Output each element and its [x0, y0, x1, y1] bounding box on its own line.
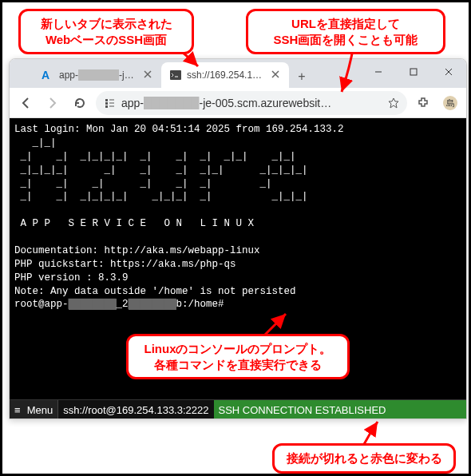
site-settings-icon: [104, 97, 115, 109]
callout-middle: Linuxのコンソールのプロンプト。 各種コマンドを直接実行できる: [126, 334, 350, 379]
svg-text:島: 島: [446, 98, 455, 108]
terminal-doc: Documentation: http://aka.ms/webapp-linu…: [14, 245, 260, 256]
callout-text: 接続が切れると赤色に変わる: [287, 451, 442, 465]
terminal-note: Note: Any data outside '/home' is not pe…: [14, 286, 296, 297]
profile-avatar[interactable]: 島: [439, 92, 461, 114]
close-button[interactable]: [431, 59, 466, 85]
callout-bottom-right: 接続が切れると赤色に変わる: [272, 443, 456, 474]
statusbar-url: ssh://root@169.254.133.3:2222: [58, 400, 213, 419]
star-icon[interactable]: [388, 97, 399, 109]
back-button[interactable]: [14, 92, 37, 114]
callout-top-left: 新しいタブに表示された WebベースのSSH画面: [18, 9, 194, 54]
toolbar: app-███████-je-005.scm.azurewebsit… 島: [10, 88, 466, 118]
terminal-php-ver: PHP version : 8.3.9: [14, 272, 129, 284]
svg-rect-1: [410, 69, 417, 75]
callout-top-right: URLを直接指定して SSH画面を開くことも可能: [246, 9, 445, 54]
terminal-ascii-art: _|_| _| _| _|_|_|_| _| _| _| _|_| _|_| _…: [14, 137, 308, 229]
window-controls: [361, 59, 466, 85]
forward-button[interactable]: [42, 92, 64, 114]
tab-strip: A app-██████-j… ssh://169.254.133.3 +: [10, 59, 466, 88]
statusbar-menu[interactable]: ≡ Menu: [10, 400, 58, 419]
terminal-last-login: Last login: Mon Jan 20 04:51:14 2025 fro…: [14, 124, 344, 135]
close-icon[interactable]: [271, 69, 283, 81]
close-icon[interactable]: [144, 69, 155, 81]
svg-rect-4: [105, 105, 108, 108]
tab-title: app-██████-j…: [59, 69, 139, 81]
azure-favicon: A: [42, 69, 54, 81]
maximize-button[interactable]: [396, 59, 431, 85]
callout-text: URLを直接指定して SSH画面を開くことも可能: [274, 17, 418, 46]
callout-text: 新しいタブに表示された WebベースのSSH画面: [41, 17, 172, 46]
statusbar: ≡ Menu ssh://root@169.254.133.3:2222 SSH…: [10, 399, 466, 419]
new-tab-button[interactable]: +: [291, 65, 313, 88]
terminal-prompt: root@app-████████_2████████b:/home#: [14, 299, 224, 310]
extensions-icon[interactable]: [412, 92, 434, 114]
reload-button[interactable]: [69, 92, 91, 114]
callout-text: Linuxのコンソールのプロンプト。 各種コマンドを直接実行できる: [144, 342, 332, 371]
svg-rect-2: [105, 99, 108, 101]
tab-inactive[interactable]: A app-██████-j…: [34, 62, 161, 88]
statusbar-connection: SSH CONNECTION ESTABLISHED: [214, 400, 467, 419]
svg-rect-3: [105, 102, 108, 105]
terminal-php-qs: PHP quickstart: https://aka.ms/php-qs: [14, 259, 236, 270]
